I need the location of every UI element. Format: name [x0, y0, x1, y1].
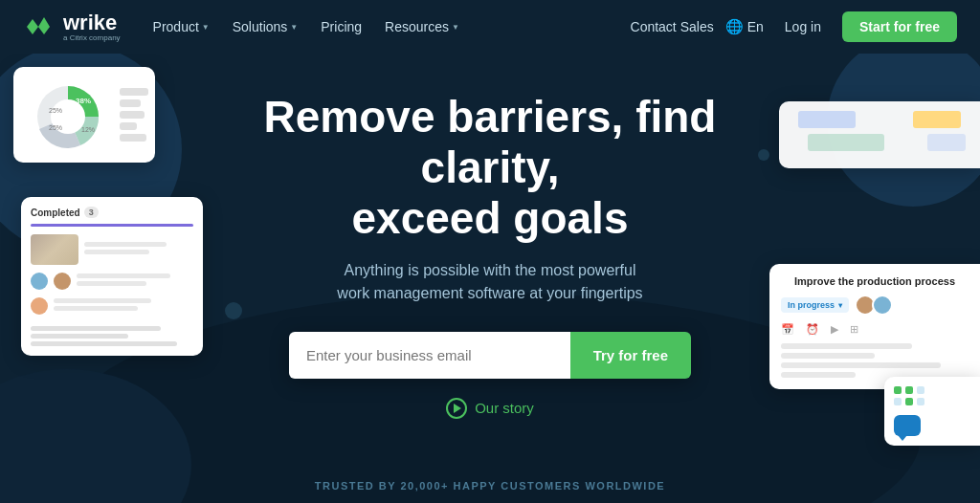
nav-links: Product ▼ Solutions ▼ Pricing Resources …: [144, 11, 631, 42]
login-button[interactable]: Log in: [775, 13, 831, 40]
our-story-link[interactable]: Our story: [19, 398, 961, 419]
nav-resources[interactable]: Resources ▼: [375, 11, 469, 42]
contact-sales-link[interactable]: Contact Sales: [631, 19, 714, 34]
start-for-free-button[interactable]: Start for free: [842, 11, 957, 42]
hero-subtitle: Anything is possible with the most power…: [327, 259, 653, 305]
trusted-text: TRUSTED BY 20,000+ HAPPY CUSTOMERS WORLD…: [0, 480, 980, 492]
chevron-down-icon: ▼: [452, 23, 459, 32]
brand-tagline: a Citrix company: [63, 33, 121, 42]
play-circle-icon: [446, 398, 467, 419]
email-input[interactable]: [289, 332, 570, 379]
globe-icon: 🌐: [725, 18, 744, 35]
brand-name: wrike: [63, 12, 121, 33]
hero-section: 38% 25% 25% 12% Completed 3: [0, 54, 980, 503]
language-selector[interactable]: 🌐 En: [725, 18, 764, 35]
logo[interactable]: wrike a Citrix company: [23, 12, 121, 42]
chevron-down-icon: ▼: [290, 23, 298, 32]
chevron-down-icon: ▼: [202, 23, 210, 32]
navbar: wrike a Citrix company Product ▼ Solutio…: [0, 0, 980, 54]
try-for-free-button[interactable]: Try for free: [570, 332, 691, 379]
play-triangle-icon: [454, 404, 461, 413]
hero-content: Remove barriers, find clarity, exceed go…: [19, 92, 961, 419]
nav-pricing[interactable]: Pricing: [311, 11, 371, 42]
nav-solutions[interactable]: Solutions ▼: [223, 11, 308, 42]
nav-product[interactable]: Product ▼: [144, 11, 219, 42]
nav-right: Contact Sales 🌐 En Log in Start for free: [631, 11, 957, 42]
hero-title: Remove barriers, find clarity, exceed go…: [222, 92, 758, 244]
email-cta-group: Try for free: [289, 332, 691, 379]
